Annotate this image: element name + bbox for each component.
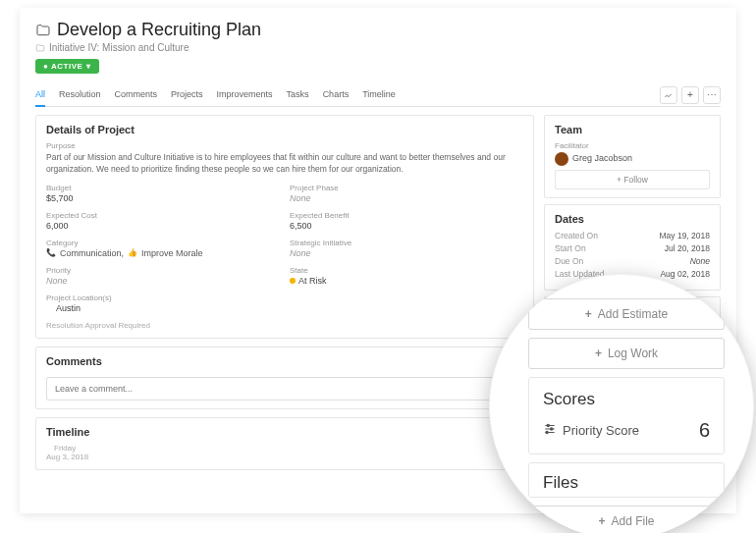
priority-score-label: Priority Score xyxy=(543,422,639,439)
tab-all[interactable]: All xyxy=(35,83,45,107)
created-label: Created On xyxy=(555,231,598,240)
category-value: 📞 Communication, 👍 Improve Morale xyxy=(46,248,280,258)
svg-point-10 xyxy=(551,428,553,430)
tab-charts[interactable]: Charts xyxy=(323,83,350,106)
location-label: Project Location(s) xyxy=(46,293,280,302)
state-label: State xyxy=(290,266,523,275)
plus-icon: + xyxy=(595,346,602,360)
add-estimate-button[interactable]: + Add Estimate xyxy=(528,298,725,330)
avatar xyxy=(555,152,568,166)
warning-dot-icon xyxy=(290,278,296,284)
add-file-button[interactable]: + Add File xyxy=(528,506,725,533)
priority-value: None xyxy=(46,276,280,286)
breadcrumb[interactable]: Initiative IV: Mission and Culture xyxy=(49,42,189,53)
comments-title: Comments xyxy=(46,355,523,367)
budget-label: Budget xyxy=(46,184,280,192)
tab-improvements[interactable]: Improvements xyxy=(217,83,273,106)
thumbs-up-icon: 👍 xyxy=(128,248,137,257)
log-work-button[interactable]: + Log Work xyxy=(528,338,725,369)
expbenefit-label: Expected Benefit xyxy=(290,211,523,220)
dates-title: Dates xyxy=(555,213,710,225)
files-panel-zoom: Files xyxy=(528,462,725,498)
comment-input[interactable] xyxy=(46,377,523,400)
tab-projects[interactable]: Projects xyxy=(171,83,203,106)
tab-resolution[interactable]: Resolution xyxy=(59,83,101,106)
budget-value: $5,700 xyxy=(46,193,280,203)
team-panel: Team Facilitator Greg Jacobson + Follow xyxy=(544,115,721,198)
state-value: At Risk xyxy=(290,276,523,286)
svg-point-9 xyxy=(547,424,549,426)
updated-value: Aug 02, 2018 xyxy=(660,269,710,279)
plus-icon: + xyxy=(585,307,592,321)
strategic-value: None xyxy=(290,248,523,258)
page-title: Develop a Recruiting Plan xyxy=(57,20,261,40)
facilitator-row: Greg Jacobson xyxy=(555,152,710,166)
files-title: Files xyxy=(543,473,710,493)
tab-comments[interactable]: Comments xyxy=(115,83,158,106)
add-button[interactable]: + xyxy=(681,86,699,104)
expcost-label: Expected Cost xyxy=(46,211,280,220)
comments-panel: Comments xyxy=(35,346,534,409)
team-title: Team xyxy=(555,124,710,135)
timeline-panel: Timeline Friday Aug 3, 2018 xyxy=(35,417,534,470)
start-value: Jul 20, 2018 xyxy=(665,243,710,253)
details-panel: Details of Project Purpose Part of our M… xyxy=(35,115,534,339)
chart-icon[interactable] xyxy=(660,86,677,104)
created-value: May 19, 2018 xyxy=(659,231,710,240)
timeline-title: Timeline xyxy=(46,426,523,438)
facilitator-label: Facilitator xyxy=(555,141,710,150)
sliders-icon xyxy=(543,422,557,439)
phone-icon: 📞 xyxy=(46,248,56,257)
phase-value: None xyxy=(290,193,523,203)
timeline-day: Friday xyxy=(54,444,523,453)
purpose-label: Purpose xyxy=(46,141,523,150)
tab-timeline[interactable]: Timeline xyxy=(362,83,396,106)
resolution-note: Resolution Approval Required xyxy=(46,321,523,330)
strategic-label: Strategic Initiative xyxy=(290,239,523,247)
tab-list: All Resolution Comments Projects Improve… xyxy=(35,83,660,106)
purpose-text: Part of our Mission and Culture Initiati… xyxy=(46,152,523,176)
svg-point-11 xyxy=(546,431,548,433)
plus-icon: + xyxy=(598,514,605,528)
expcost-value: 6,000 xyxy=(46,221,280,231)
tab-tasks[interactable]: Tasks xyxy=(287,83,309,106)
priority-score-value: 6 xyxy=(699,419,710,442)
category-label: Category xyxy=(46,239,280,247)
timeline-date: Aug 3, 2018 xyxy=(46,453,523,461)
scores-title: Scores xyxy=(543,390,710,409)
follow-button[interactable]: + Follow xyxy=(555,170,710,189)
scores-panel-zoom: Scores Priority Score 6 xyxy=(528,377,725,454)
folder-icon xyxy=(35,23,51,38)
details-title: Details of Project xyxy=(46,124,523,135)
status-badge[interactable]: ● ACTIVE▾ xyxy=(35,59,99,74)
phase-label: Project Phase xyxy=(290,184,523,192)
chevron-down-icon: ▾ xyxy=(86,62,91,71)
magnifier-overlay: + Add Estimate + Log Work Scores Priorit… xyxy=(489,274,754,533)
priority-label: Priority xyxy=(46,266,280,275)
expbenefit-value: 6,500 xyxy=(290,221,523,231)
due-label: Due On xyxy=(555,256,583,266)
start-label: Start On xyxy=(555,243,586,253)
more-icon[interactable]: ⋯ xyxy=(703,86,721,104)
folder-icon xyxy=(35,43,45,53)
due-value: None xyxy=(690,256,710,266)
location-value: Austin xyxy=(56,303,81,313)
